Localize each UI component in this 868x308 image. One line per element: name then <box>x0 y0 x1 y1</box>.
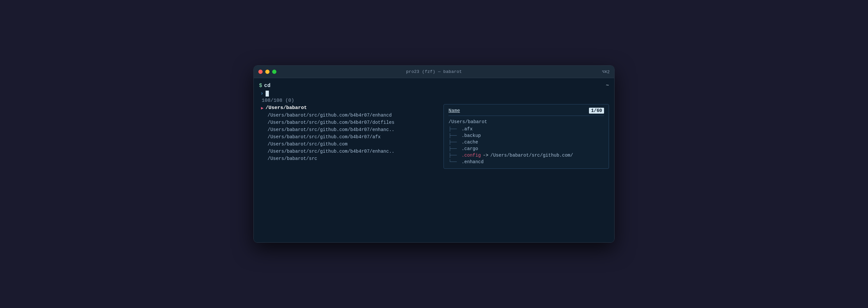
preview-header: Name 1/60 <box>448 108 604 116</box>
path-text: /Users/babarot/src <box>261 156 317 161</box>
main-content: ▶ /Users/babarot /Users/babarot/src/gith… <box>259 104 609 169</box>
dollar-sign: $ <box>259 83 262 89</box>
list-item[interactable]: /Users/babarot/src/github.com/b4b4r07/en… <box>259 112 438 119</box>
path-text: /Users/babarot/src/github.com <box>261 142 348 147</box>
item-name: .cache <box>462 140 478 145</box>
list-item[interactable]: /Users/babarot/src <box>259 155 438 162</box>
path-text: /Users/babarot/src/github.com/b4b4r07/af… <box>261 134 380 140</box>
config-link: /Users/babarot/src/github.com/ <box>491 153 573 158</box>
fzf-prompt-line: › <box>259 91 609 96</box>
tree-line: ├── <box>448 146 460 151</box>
command-text: cd <box>264 83 271 89</box>
path-text: /Users/babarot/src/github.com/b4b4r07/do… <box>261 120 394 125</box>
list-item[interactable]: /Users/babarot/src/github.com/b4b4r07/en… <box>259 126 438 133</box>
path-text: /Users/babarot/src/github.com/b4b4r07/en… <box>261 113 392 118</box>
preview-name-label: Name <box>448 108 460 113</box>
right-panel: Name 1/60 /Users/babarot ├── .afx ├── .b… <box>443 104 609 169</box>
title-bar: pro23 (fzf) — babarot ⌥⌘2 <box>254 66 614 78</box>
selected-arrow: ▶ <box>261 105 264 111</box>
tree-line: ├── <box>448 133 460 138</box>
tree-line: ├── <box>448 153 460 158</box>
list-item[interactable]: /Users/babarot/src/github.com/b4b4r07/en… <box>259 148 438 155</box>
home-tilde: ~ <box>606 83 609 89</box>
path-text: /Users/babarot/src/github.com/b4b4r07/en… <box>261 127 394 132</box>
minimize-button[interactable] <box>265 70 270 74</box>
item-name: .backup <box>462 133 481 138</box>
preview-item-afx: ├── .afx <box>448 126 604 132</box>
item-name: .afx <box>462 126 473 132</box>
preview-item-enhancd: └── .enhancd <box>448 159 604 165</box>
count-line: 108/108 (0) <box>259 98 609 103</box>
selected-path: /Users/babarot <box>266 105 307 111</box>
list-item[interactable]: /Users/babarot/src/github.com/b4b4r07/do… <box>259 119 438 126</box>
preview-item-backup: ├── .backup <box>448 132 604 139</box>
item-name: .config <box>462 153 481 158</box>
left-panel: ▶ /Users/babarot /Users/babarot/src/gith… <box>259 104 441 169</box>
close-button[interactable] <box>258 70 262 74</box>
list-item[interactable]: ▶ /Users/babarot <box>259 104 438 112</box>
tree-line: ├── <box>448 140 460 145</box>
list-item[interactable]: /Users/babarot/src/github.com/b4b4r07/af… <box>259 133 438 141</box>
fzf-cursor <box>266 91 269 96</box>
tree-line: ├── <box>448 126 460 132</box>
window-shortcut: ⌥⌘2 <box>602 69 610 74</box>
preview-root: /Users/babarot <box>448 119 604 124</box>
terminal-window: pro23 (fzf) — babarot ⌥⌘2 $ cd ~ › 108/1… <box>253 65 615 243</box>
preview-item-config: ├── .config -> /Users/babarot/src/github… <box>448 152 604 159</box>
preview-item-cache: ├── .cache <box>448 139 604 146</box>
terminal-body: $ cd ~ › 108/108 (0) ▶ /Users/babarot /U… <box>254 78 614 242</box>
maximize-button[interactable] <box>272 70 276 74</box>
item-name: .cargo <box>462 146 478 151</box>
prompt-line: $ cd ~ <box>259 83 609 89</box>
preview-item-cargo: ├── .cargo <box>448 146 604 152</box>
traffic-lights <box>258 70 276 74</box>
list-item[interactable]: /Users/babarot/src/github.com <box>259 141 438 148</box>
path-text: /Users/babarot/src/github.com/b4b4r07/en… <box>261 149 394 154</box>
window-title: pro23 (fzf) — babarot <box>406 69 462 74</box>
item-name: .enhancd <box>462 159 484 164</box>
config-arrow: -> <box>483 153 489 158</box>
preview-count: 1/60 <box>589 108 604 114</box>
fzf-chevron: › <box>260 91 264 96</box>
tree-line: └── <box>448 159 460 164</box>
